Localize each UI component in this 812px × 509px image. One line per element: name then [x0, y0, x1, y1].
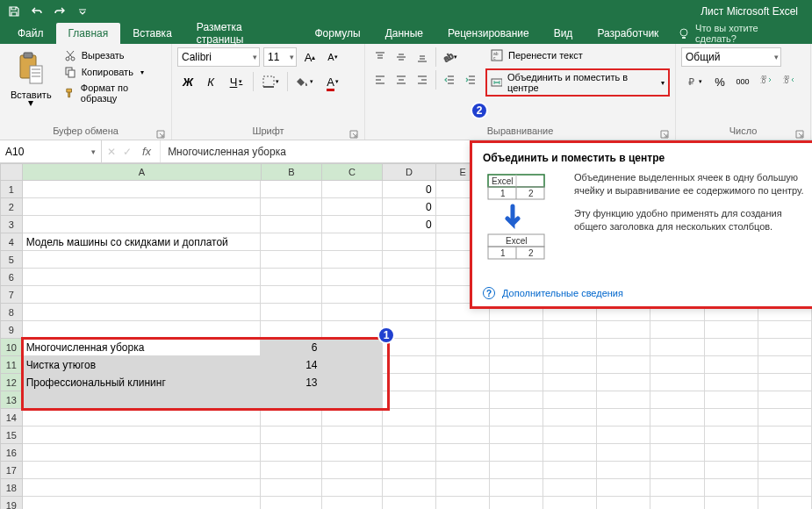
font-name-select[interactable]: Calibri▾ [177, 47, 260, 67]
cell-G18[interactable] [543, 479, 597, 497]
row-header-4[interactable]: 4 [0, 233, 23, 251]
cell-D5[interactable] [383, 251, 436, 269]
chevron-down-icon[interactable]: ▾ [18, 100, 44, 105]
cell-D3[interactable]: 0 [383, 216, 436, 233]
cell-E14[interactable] [436, 409, 490, 427]
tab-page-layout[interactable]: Разметка страницы [184, 23, 303, 44]
fx-icon[interactable]: fx [139, 145, 154, 158]
cell-G10[interactable] [543, 339, 597, 356]
cell-I15[interactable] [650, 427, 704, 444]
cell-K16[interactable] [758, 444, 812, 462]
align-left-button[interactable] [370, 70, 390, 90]
cell-B17[interactable] [261, 462, 321, 479]
tab-data[interactable]: Данные [373, 23, 435, 44]
currency-button[interactable]: ₽▾ [681, 72, 708, 91]
cell-B19[interactable] [261, 497, 321, 509]
cell-K18[interactable] [758, 479, 812, 497]
row-header-13[interactable]: 13 [0, 391, 23, 409]
cell-D12[interactable] [383, 374, 436, 391]
cell-G12[interactable] [543, 374, 597, 391]
cell-J16[interactable] [705, 444, 758, 462]
row-header-3[interactable]: 3 [0, 216, 23, 233]
cell-D16[interactable] [383, 444, 436, 462]
increase-indent-button[interactable] [461, 70, 480, 90]
cell-A17[interactable] [23, 462, 262, 479]
cell-H15[interactable] [597, 427, 650, 444]
cell-C8[interactable] [322, 304, 383, 321]
tab-developer[interactable]: Разработчик [585, 23, 671, 44]
cell-A10[interactable]: Многочисленная уборка [23, 339, 262, 356]
cell-K12[interactable] [758, 374, 812, 391]
row-header-9[interactable]: 9 [0, 321, 23, 339]
row-header-1[interactable]: 1 [0, 181, 23, 198]
row-header-2[interactable]: 2 [0, 198, 23, 216]
row-header-5[interactable]: 5 [0, 251, 23, 269]
row-header-16[interactable]: 16 [0, 444, 23, 462]
cell-K15[interactable] [758, 427, 812, 444]
bold-button[interactable]: Ж [177, 72, 198, 91]
row-header-8[interactable]: 8 [0, 304, 23, 321]
cell-K13[interactable] [758, 391, 812, 409]
cell-J10[interactable] [705, 339, 758, 356]
row-header-18[interactable]: 18 [0, 479, 23, 497]
cell-J18[interactable] [705, 479, 758, 497]
tab-formulas[interactable]: Формулы [302, 23, 372, 44]
cell-B13[interactable] [261, 391, 321, 409]
cell-J12[interactable] [705, 374, 758, 391]
cell-K11[interactable] [758, 356, 812, 374]
cell-F16[interactable] [490, 444, 543, 462]
cell-C9[interactable] [322, 321, 383, 339]
cell-A18[interactable] [23, 479, 262, 497]
cell-H14[interactable] [597, 409, 650, 427]
row-header-11[interactable]: 11 [0, 356, 23, 374]
cell-B7[interactable] [261, 286, 321, 304]
number-format-select[interactable]: Общий▾ [681, 47, 781, 67]
cell-B15[interactable] [261, 427, 321, 444]
row-header-19[interactable]: 19 [0, 497, 23, 509]
cell-I16[interactable] [650, 444, 704, 462]
paste-button[interactable]: Вставить ▾ [5, 47, 57, 125]
align-middle-button[interactable] [392, 47, 411, 67]
cell-F12[interactable] [490, 374, 543, 391]
cell-C15[interactable] [322, 427, 383, 444]
row-header-10[interactable]: 10 [0, 339, 23, 356]
cell-B4[interactable] [261, 233, 321, 251]
cell-A8[interactable] [23, 304, 262, 321]
percent-button[interactable]: % [709, 72, 730, 91]
cell-H11[interactable] [597, 356, 650, 374]
italic-button[interactable]: К [200, 72, 221, 91]
cell-A3[interactable] [23, 216, 262, 233]
cancel-formula-icon[interactable]: ✕ [107, 146, 116, 158]
select-all-corner[interactable] [0, 163, 23, 181]
cell-F19[interactable] [490, 497, 543, 509]
cell-A13[interactable] [23, 391, 262, 409]
cut-button[interactable]: Вырезать [61, 47, 166, 63]
cell-J15[interactable] [705, 427, 758, 444]
cell-A15[interactable] [23, 427, 262, 444]
cell-B3[interactable] [261, 216, 321, 233]
dialog-launcher-icon[interactable] [349, 129, 359, 140]
decrease-indent-button[interactable] [440, 70, 459, 90]
cell-H10[interactable] [597, 339, 650, 356]
cell-F10[interactable] [490, 339, 543, 356]
cell-K17[interactable] [758, 462, 812, 479]
cell-J11[interactable] [705, 356, 758, 374]
merge-center-button[interactable]: Объединить и поместить в центре ▾ [485, 68, 670, 97]
cell-I17[interactable] [650, 462, 704, 479]
dialog-launcher-icon[interactable] [155, 129, 166, 140]
cell-G14[interactable] [543, 409, 597, 427]
increase-decimal-button[interactable]: .0.00 [755, 72, 776, 91]
cell-B1[interactable] [261, 181, 321, 198]
cell-B8[interactable] [261, 304, 321, 321]
cell-B14[interactable] [261, 409, 321, 427]
cell-J17[interactable] [705, 462, 758, 479]
cell-B5[interactable] [261, 251, 321, 269]
accept-formula-icon[interactable]: ✓ [123, 146, 132, 158]
font-size-select[interactable]: 11▾ [263, 47, 297, 67]
cell-B11[interactable]: 14 [261, 356, 321, 374]
cell-C12[interactable] [322, 374, 383, 391]
increase-font-button[interactable]: A▴ [300, 47, 320, 67]
cell-E19[interactable] [436, 497, 490, 509]
tab-file[interactable]: Файл [5, 23, 56, 44]
redo-icon[interactable] [51, 3, 68, 20]
